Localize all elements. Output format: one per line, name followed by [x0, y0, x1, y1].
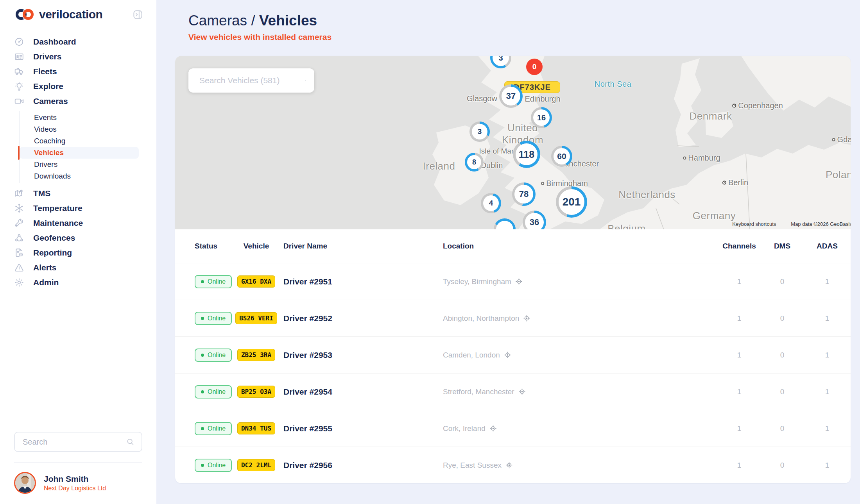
driver-name: Driver #2956 — [279, 461, 443, 470]
panel-collapse-icon — [133, 9, 143, 20]
submenu-label: Drivers — [34, 160, 57, 169]
sidebar-item-tms[interactable]: TMS — [0, 186, 156, 201]
dms-count: 0 — [761, 388, 804, 396]
submenu-item-events[interactable]: Events — [20, 112, 139, 123]
column-header-channels: Channels — [718, 242, 761, 250]
sidebar-item-reporting[interactable]: Reporting — [0, 245, 156, 260]
sidebar-item-label: Explore — [33, 82, 63, 91]
column-header-adas: ADAS — [804, 242, 851, 250]
locate-crosshair-icon[interactable] — [515, 278, 523, 285]
vehicle-location: Camden, London — [443, 351, 718, 359]
locate-crosshair-icon[interactable] — [523, 315, 530, 322]
table-row[interactable]: Online DC2 2LML Driver #2956 Rye, East S… — [175, 447, 851, 483]
map-cluster-marker[interactable]: 201 — [556, 186, 587, 218]
locate-crosshair-icon[interactable] — [505, 461, 513, 469]
channels-count: 1 — [718, 277, 761, 286]
adas-count: 1 — [804, 424, 851, 433]
alert-triangle-icon — [14, 263, 24, 273]
vehicle-location: Rye, East Sussex — [443, 461, 718, 470]
submenu-label: Videos — [34, 125, 57, 134]
map[interactable]: North Sea United Kingdom Ireland Denmark… — [175, 56, 851, 229]
column-header-vehicle: Vehicle — [234, 242, 279, 250]
locate-crosshair-icon[interactable] — [504, 351, 511, 359]
vehicle-plate: BS26 VERI — [235, 312, 277, 324]
sidebar-item-alerts[interactable]: Alerts — [0, 260, 156, 275]
sidebar-divider — [14, 462, 142, 463]
online-dot-icon — [201, 280, 204, 283]
cameras-submenu: Events Videos Coaching Vehicles Drivers … — [19, 111, 156, 183]
sidebar-item-label: TMS — [33, 189, 50, 198]
table-row[interactable]: Online BP25 O3A Driver #2954 Stretford, … — [175, 373, 851, 410]
sidebar-item-label: Admin — [33, 278, 59, 287]
sidebar-collapse-button[interactable] — [133, 9, 143, 20]
user-profile[interactable]: John Smith Next Day Logistics Ltd — [0, 472, 156, 494]
status-badge: Online — [195, 459, 232, 472]
map-cluster-marker[interactable]: 118 — [513, 141, 540, 168]
page-subtitle: View vehicles with installed cameras — [188, 32, 851, 42]
driver-name: Driver #2952 — [279, 314, 443, 323]
vehicles-table: Status Vehicle Driver Name Location Chan… — [175, 229, 851, 483]
table-row[interactable]: Online GX16 DXA Driver #2951 Tyseley, Bi… — [175, 263, 851, 300]
vehicle-location: Abington, Northampton — [443, 314, 718, 323]
dms-count: 0 — [761, 277, 804, 286]
sidebar-item-cameras[interactable]: Cameras — [0, 94, 156, 109]
locate-crosshair-icon[interactable] — [489, 425, 497, 432]
sidebar-item-geofences[interactable]: Geofences — [0, 231, 156, 245]
sidebar-item-maintenance[interactable]: Maintenance — [0, 216, 156, 231]
keyboard-shortcuts-link[interactable]: Keyboard shortcuts — [732, 221, 776, 227]
dms-count: 0 — [761, 351, 804, 359]
brand-name: verilocation — [39, 8, 102, 21]
online-dot-icon — [201, 464, 204, 467]
table-row[interactable]: Online ZB25 3RA Driver #2953 Camden, Lon… — [175, 336, 851, 373]
submenu-item-downloads[interactable]: Downloads — [20, 170, 139, 182]
map-cluster-marker[interactable]: 60 — [551, 146, 572, 167]
map-cluster-marker[interactable]: 78 — [512, 182, 536, 206]
online-dot-icon — [201, 354, 204, 357]
sidebar: verilocation Dashboard Drivers Fleets Ex… — [0, 0, 156, 504]
sidebar-item-dashboard[interactable]: Dashboard — [0, 34, 156, 49]
gear-icon — [14, 277, 24, 288]
submenu-item-coaching[interactable]: Coaching — [20, 135, 139, 147]
submenu-label: Coaching — [34, 137, 65, 145]
map-pin-icon — [14, 188, 24, 198]
submenu-item-videos[interactable]: Videos — [20, 123, 139, 135]
map-cluster-marker[interactable]: 37 — [499, 84, 523, 108]
status-badge: Online — [195, 422, 232, 435]
breadcrumb-separator: / — [251, 13, 255, 29]
locate-crosshair-icon[interactable] — [518, 388, 526, 395]
adas-count: 1 — [804, 461, 851, 470]
page-title: Cameras / Vehicles — [188, 13, 851, 29]
vehicle-location: Tyseley, Birmingham — [443, 277, 718, 286]
sidebar-item-temperature[interactable]: Temperature — [0, 201, 156, 216]
sidebar-item-fleets[interactable]: Fleets — [0, 64, 156, 79]
sidebar-item-drivers[interactable]: Drivers — [0, 49, 156, 64]
sidebar-item-admin[interactable]: Admin — [0, 275, 156, 290]
map-cluster-marker[interactable]: 4 — [481, 193, 501, 213]
status-badge: Online — [195, 312, 232, 325]
report-document-icon — [14, 248, 24, 258]
table-row[interactable]: Online DN34 TUS Driver #2955 Cork, Irela… — [175, 410, 851, 447]
map-cluster-marker-alert[interactable]: 0 — [526, 59, 543, 75]
submenu-item-drivers[interactable]: Drivers — [20, 159, 139, 170]
table-row[interactable]: Online BS26 VERI Driver #2952 Abington, … — [175, 300, 851, 336]
avatar — [14, 472, 36, 494]
vehicle-plate: DN34 TUS — [237, 422, 275, 434]
map-vehicle-search[interactable] — [188, 68, 314, 93]
vehicle-plate: ZB25 3RA — [237, 349, 275, 361]
map-cluster-marker[interactable]: 3 — [469, 122, 490, 142]
sidebar-search[interactable] — [14, 432, 142, 452]
sidebar-item-label: Fleets — [33, 67, 57, 76]
submenu-label: Events — [34, 113, 57, 122]
adas-count: 1 — [804, 351, 851, 359]
map-cluster-marker[interactable]: 8 — [465, 153, 484, 172]
submenu-item-vehicles[interactable]: Vehicles — [20, 147, 139, 159]
vehicles-card: North Sea United Kingdom Ireland Denmark… — [175, 56, 851, 483]
sidebar-search-input[interactable] — [23, 438, 126, 447]
online-dot-icon — [201, 317, 204, 320]
sidebar-item-explore[interactable]: Explore — [0, 79, 156, 94]
map-cluster-marker[interactable]: 16 — [531, 107, 552, 128]
online-dot-icon — [201, 390, 204, 393]
verilocation-logo-icon — [16, 8, 38, 21]
sidebar-item-label: Cameras — [33, 97, 68, 106]
vehicle-search-input[interactable] — [199, 76, 305, 85]
